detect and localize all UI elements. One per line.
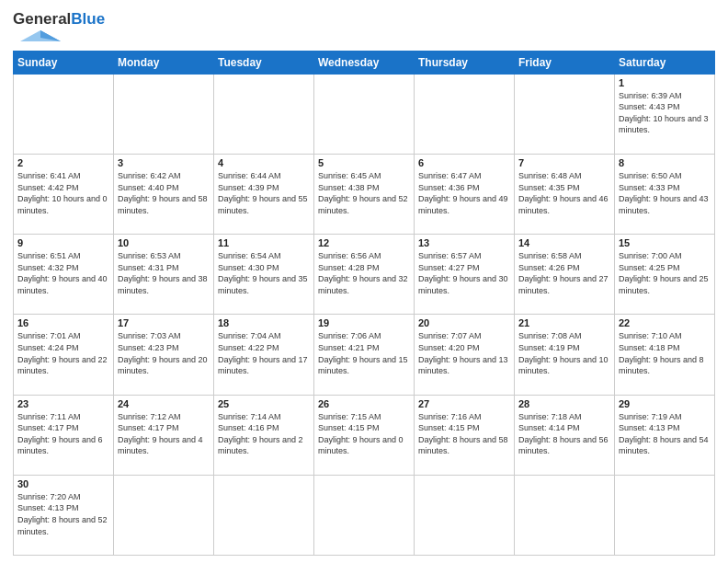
day-cell: 13Sunrise: 6:57 AM Sunset: 4:27 PM Dayli… [415, 235, 515, 315]
day-info: Sunrise: 6:57 AM Sunset: 4:27 PM Dayligh… [418, 250, 510, 296]
week-row-5: 23Sunrise: 7:11 AM Sunset: 4:17 PM Dayli… [14, 395, 715, 475]
day-info: Sunrise: 6:56 AM Sunset: 4:28 PM Dayligh… [318, 250, 410, 296]
day-info: Sunrise: 6:42 AM Sunset: 4:40 PM Dayligh… [118, 170, 210, 216]
day-cell [114, 74, 214, 154]
day-number: 8 [619, 157, 711, 168]
day-cell [214, 475, 314, 555]
day-info: Sunrise: 6:45 AM Sunset: 4:38 PM Dayligh… [318, 170, 410, 216]
day-cell: 4Sunrise: 6:44 AM Sunset: 4:39 PM Daylig… [214, 154, 314, 234]
day-info: Sunrise: 7:08 AM Sunset: 4:19 PM Dayligh… [518, 330, 610, 376]
day-cell: 6Sunrise: 6:47 AM Sunset: 4:36 PM Daylig… [415, 154, 515, 234]
svg-marker-1 [20, 30, 61, 41]
calendar-table: SundayMondayTuesdayWednesdayThursdayFrid… [13, 51, 715, 556]
day-cell: 26Sunrise: 7:15 AM Sunset: 4:15 PM Dayli… [314, 395, 415, 475]
day-cell: 1Sunrise: 6:39 AM Sunset: 4:43 PM Daylig… [615, 74, 715, 154]
day-info: Sunrise: 7:14 AM Sunset: 4:16 PM Dayligh… [218, 411, 310, 457]
day-cell: 17Sunrise: 7:03 AM Sunset: 4:23 PM Dayli… [114, 315, 214, 395]
week-row-4: 16Sunrise: 7:01 AM Sunset: 4:24 PM Dayli… [14, 315, 715, 395]
day-cell: 3Sunrise: 6:42 AM Sunset: 4:40 PM Daylig… [114, 154, 214, 234]
day-number: 2 [17, 157, 109, 168]
day-number: 30 [17, 478, 109, 489]
weekday-thursday: Thursday [415, 51, 515, 74]
day-number: 13 [418, 237, 510, 248]
day-info: Sunrise: 6:53 AM Sunset: 4:31 PM Dayligh… [118, 250, 210, 296]
day-cell [415, 475, 515, 555]
day-cell: 9Sunrise: 6:51 AM Sunset: 4:32 PM Daylig… [14, 235, 114, 315]
day-cell: 7Sunrise: 6:48 AM Sunset: 4:35 PM Daylig… [515, 154, 615, 234]
day-number: 24 [118, 398, 210, 409]
day-number: 10 [118, 237, 210, 248]
day-cell: 23Sunrise: 7:11 AM Sunset: 4:17 PM Dayli… [14, 395, 114, 475]
logo-blue-text: Blue [71, 10, 105, 28]
day-number: 28 [518, 398, 610, 409]
day-number: 6 [418, 157, 510, 168]
day-number: 1 [619, 77, 711, 88]
week-row-2: 2Sunrise: 6:41 AM Sunset: 4:42 PM Daylig… [14, 154, 715, 234]
header: GeneralBlue [13, 11, 715, 45]
day-cell: 18Sunrise: 7:04 AM Sunset: 4:22 PM Dayli… [214, 315, 314, 395]
logo-container: GeneralBlue [13, 11, 105, 45]
day-info: Sunrise: 7:11 AM Sunset: 4:17 PM Dayligh… [17, 411, 109, 457]
day-number: 17 [118, 317, 210, 328]
day-info: Sunrise: 7:10 AM Sunset: 4:18 PM Dayligh… [619, 330, 711, 376]
day-cell: 16Sunrise: 7:01 AM Sunset: 4:24 PM Dayli… [14, 315, 114, 395]
week-row-1: 1Sunrise: 6:39 AM Sunset: 4:43 PM Daylig… [14, 74, 715, 154]
day-info: Sunrise: 6:48 AM Sunset: 4:35 PM Dayligh… [518, 170, 610, 216]
day-cell: 27Sunrise: 7:16 AM Sunset: 4:15 PM Dayli… [415, 395, 515, 475]
day-info: Sunrise: 7:19 AM Sunset: 4:13 PM Dayligh… [619, 411, 711, 457]
day-info: Sunrise: 7:00 AM Sunset: 4:25 PM Dayligh… [619, 250, 711, 296]
day-cell [314, 475, 415, 555]
day-info: Sunrise: 6:50 AM Sunset: 4:33 PM Dayligh… [619, 170, 711, 216]
day-info: Sunrise: 6:51 AM Sunset: 4:32 PM Dayligh… [17, 250, 109, 296]
page: GeneralBlue SundayMondayTuesdayWednesday… [0, 0, 728, 563]
weekday-saturday: Saturday [615, 51, 715, 74]
weekday-friday: Friday [515, 51, 615, 74]
day-number: 23 [17, 398, 109, 409]
logo-graphic [13, 29, 68, 45]
day-info: Sunrise: 7:12 AM Sunset: 4:17 PM Dayligh… [118, 411, 210, 457]
day-info: Sunrise: 7:06 AM Sunset: 4:21 PM Dayligh… [318, 330, 410, 376]
week-row-3: 9Sunrise: 6:51 AM Sunset: 4:32 PM Daylig… [14, 235, 715, 315]
weekday-sunday: Sunday [14, 51, 114, 74]
day-cell: 21Sunrise: 7:08 AM Sunset: 4:19 PM Dayli… [515, 315, 615, 395]
day-cell: 2Sunrise: 6:41 AM Sunset: 4:42 PM Daylig… [14, 154, 114, 234]
day-cell: 28Sunrise: 7:18 AM Sunset: 4:14 PM Dayli… [515, 395, 615, 475]
day-cell: 8Sunrise: 6:50 AM Sunset: 4:33 PM Daylig… [615, 154, 715, 234]
day-info: Sunrise: 6:54 AM Sunset: 4:30 PM Dayligh… [218, 250, 310, 296]
day-cell [515, 475, 615, 555]
day-cell: 20Sunrise: 7:07 AM Sunset: 4:20 PM Dayli… [415, 315, 515, 395]
week-row-6: 30Sunrise: 7:20 AM Sunset: 4:13 PM Dayli… [14, 475, 715, 555]
day-cell [214, 74, 314, 154]
day-info: Sunrise: 7:16 AM Sunset: 4:15 PM Dayligh… [418, 411, 510, 457]
day-cell: 19Sunrise: 7:06 AM Sunset: 4:21 PM Dayli… [314, 315, 415, 395]
day-cell [114, 475, 214, 555]
day-info: Sunrise: 7:18 AM Sunset: 4:14 PM Dayligh… [518, 411, 610, 457]
day-cell: 25Sunrise: 7:14 AM Sunset: 4:16 PM Dayli… [214, 395, 314, 475]
day-number: 4 [218, 157, 310, 168]
weekday-tuesday: Tuesday [214, 51, 314, 74]
day-info: Sunrise: 6:39 AM Sunset: 4:43 PM Dayligh… [619, 90, 711, 136]
day-info: Sunrise: 6:47 AM Sunset: 4:36 PM Dayligh… [418, 170, 510, 216]
day-number: 15 [619, 237, 711, 248]
day-info: Sunrise: 6:41 AM Sunset: 4:42 PM Dayligh… [17, 170, 109, 216]
day-number: 26 [318, 398, 410, 409]
day-number: 5 [318, 157, 410, 168]
day-cell: 10Sunrise: 6:53 AM Sunset: 4:31 PM Dayli… [114, 235, 214, 315]
day-number: 29 [619, 398, 711, 409]
day-number: 11 [218, 237, 310, 248]
day-number: 16 [17, 317, 109, 328]
day-info: Sunrise: 6:44 AM Sunset: 4:39 PM Dayligh… [218, 170, 310, 216]
day-cell [615, 475, 715, 555]
day-number: 27 [418, 398, 510, 409]
day-number: 25 [218, 398, 310, 409]
day-cell [515, 74, 615, 154]
day-cell: 15Sunrise: 7:00 AM Sunset: 4:25 PM Dayli… [615, 235, 715, 315]
day-number: 14 [518, 237, 610, 248]
day-cell: 30Sunrise: 7:20 AM Sunset: 4:13 PM Dayli… [14, 475, 114, 555]
day-info: Sunrise: 7:07 AM Sunset: 4:20 PM Dayligh… [418, 330, 510, 376]
day-cell: 22Sunrise: 7:10 AM Sunset: 4:18 PM Dayli… [615, 315, 715, 395]
day-number: 12 [318, 237, 410, 248]
day-number: 19 [318, 317, 410, 328]
weekday-header-row: SundayMondayTuesdayWednesdayThursdayFrid… [14, 51, 715, 74]
day-info: Sunrise: 6:58 AM Sunset: 4:26 PM Dayligh… [518, 250, 610, 296]
